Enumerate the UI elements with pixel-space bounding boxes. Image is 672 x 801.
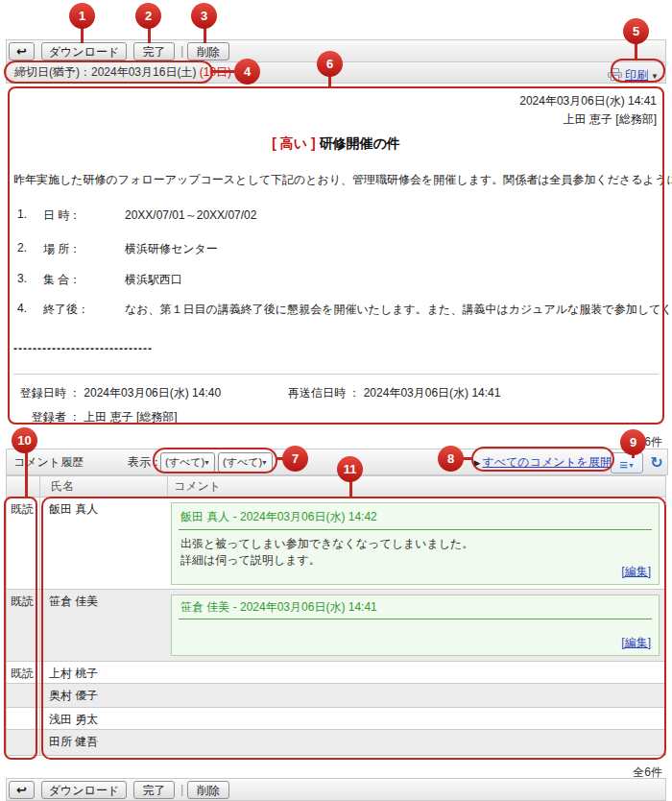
print-area: 印刷▼ — [608, 65, 659, 86]
toolbar-separator: | — [180, 43, 183, 58]
registered-by: 登録者 ： 上田 恵子 [総務部] — [13, 409, 178, 425]
annotation-line — [349, 481, 352, 498]
comment-box: 飯田 真人 - 2024年03月06日(水) 14:42 出張と被ってしまい参加… — [171, 502, 660, 585]
download-button-label: ダウンロード — [49, 45, 119, 59]
back-button[interactable]: ↩ — [9, 781, 35, 799]
column-header-comment: コメント — [174, 476, 221, 497]
complete-button-label: 完了 — [143, 45, 166, 59]
column-divider — [39, 730, 40, 755]
message-body: 昨年実施した研修のフォローアップコースとして下記のとおり、管理職研修会を開催しま… — [13, 172, 672, 188]
callout-10: 10 — [12, 427, 37, 453]
callout-2: 2 — [135, 3, 161, 29]
annotation-line — [81, 27, 84, 43]
annotation-line — [204, 27, 206, 43]
callout-1: 1 — [69, 3, 95, 29]
edit-link[interactable]: [編集] — [621, 564, 651, 580]
comment-table: 既読 飯田 真人 飯田 真人 - 2024年03月06日(水) 14:42 出張… — [6, 498, 666, 756]
callout-11: 11 — [337, 456, 363, 482]
column-divider — [39, 708, 40, 729]
callout-3: 3 — [191, 3, 217, 29]
delete-button-label: 削除 — [197, 784, 220, 797]
comment-table-header: 氏名 コメント — [6, 475, 666, 498]
callout-6: 6 — [317, 51, 343, 77]
deadline-text: 締切日(猶予)：2024年03月16日(土) (10日) — [14, 62, 231, 82]
refresh-icon: ↻ — [650, 454, 662, 471]
message-datetime: 2024年03月06日(水) 14:41 — [519, 93, 657, 109]
callout-9: 9 — [620, 429, 646, 455]
print-link[interactable]: 印刷 — [625, 68, 648, 82]
download-button[interactable]: ダウンロード▼ — [41, 781, 127, 799]
bottom-toolbar: ↩ ダウンロード▼ 完了 | 削除 — [6, 778, 666, 801]
chevron-down-icon: ▼ — [261, 453, 268, 472]
column-divider — [167, 476, 168, 497]
table-row: 浅田 勇太 — [7, 708, 665, 730]
list-item: 1.日 時：20XX/07/01～20XX/07/02 — [17, 207, 27, 221]
read-status: 既読 — [11, 666, 34, 682]
complete-button-label: 完了 — [143, 784, 166, 797]
annotation-line — [148, 27, 151, 43]
chevron-down-icon: ▼ — [204, 453, 210, 472]
comment-header: 飯田 真人 - 2024年03月06日(水) 14:42 — [180, 509, 377, 525]
comment-text: 出張と被ってしまい参加できなくなってしまいました。 — [180, 536, 473, 552]
commenter-name: 上村 桃子 — [49, 666, 98, 682]
commenter-name: 奥村 優子 — [49, 688, 98, 704]
delete-button-label: 削除 — [197, 45, 220, 59]
commenter-name: 田所 健吾 — [49, 734, 98, 750]
list-item: 3.集 合：横浜駅西口 — [17, 272, 27, 285]
callout-4: 4 — [234, 59, 260, 85]
table-row: 既読 上村 桃子 — [7, 662, 665, 684]
hamburger-icon: ≡ — [619, 456, 628, 473]
callout-5: 5 — [623, 18, 649, 44]
comment-filter-select-1[interactable]: (すべて)▼ — [160, 452, 215, 473]
page: ↩ ダウンロード▼ 完了 | 削除 締切日(猶予)：2024年03月16日(土)… — [0, 0, 672, 801]
refresh-button[interactable]: ↻ — [648, 452, 665, 473]
back-icon: ↩ — [16, 44, 27, 59]
message-author: 上田 恵子 [総務部] — [564, 111, 657, 128]
list-item: 4.終了後：なお、第１日目の講義終了後に懇親会を開催いたします。また、講義中はカ… — [17, 302, 27, 315]
download-button-label: ダウンロード — [49, 784, 119, 797]
toolbar-separator: | — [180, 782, 183, 796]
priority-label: [ 高い ] — [272, 135, 315, 151]
column-header-name: 氏名 — [51, 476, 74, 497]
download-button[interactable]: ダウンロード▼ — [41, 42, 127, 61]
resent-datetime: 再送信日時 ： 2024年03月06日(水) 14:41 — [288, 385, 500, 401]
comment-divider — [179, 529, 652, 530]
commenter-name: 笹倉 佳美 — [49, 594, 98, 610]
expand-all-comments-link[interactable]: ▶すべてのコメントを展開 — [474, 449, 612, 475]
column-divider — [39, 662, 40, 683]
back-button[interactable]: ↩ — [9, 42, 35, 61]
annotation-line — [211, 70, 235, 73]
callout-8: 8 — [438, 446, 464, 472]
back-icon: ↩ — [16, 783, 27, 797]
comment-menu-button[interactable]: ≡▼ — [611, 452, 643, 473]
column-divider — [39, 476, 40, 497]
comment-text: 詳細は伺って説明します。 — [180, 552, 321, 569]
complete-button[interactable]: 完了 — [133, 42, 175, 61]
complete-button[interactable]: 完了 — [133, 781, 175, 799]
display-label: 表示： — [128, 449, 162, 474]
commenter-name: 飯田 真人 — [49, 501, 98, 518]
annotation-line — [25, 452, 28, 498]
delete-button[interactable]: 削除 — [187, 781, 229, 799]
table-row: 既読 笹倉 佳美 笹倉 佳美 - 2024年03月06日(水) 14:41 [編… — [7, 590, 665, 662]
table-row: 既読 飯田 真人 飯田 真人 - 2024年03月06日(水) 14:42 出張… — [7, 498, 665, 590]
chevron-down-icon: ▼ — [628, 462, 635, 469]
printer-icon — [608, 68, 622, 81]
annotation-line — [635, 42, 637, 60]
callout-7: 7 — [282, 446, 308, 472]
list-item: 2.場 所：横浜研修センター — [17, 241, 27, 255]
table-row: 田所 健吾 — [7, 730, 665, 755]
column-divider — [39, 498, 40, 589]
message-divider — [13, 374, 659, 376]
commenter-name: 浅田 勇太 — [49, 712, 98, 728]
triangle-right-icon: ▶ — [474, 450, 481, 475]
table-row: 奥村 優子 — [7, 684, 665, 708]
delete-button[interactable]: 削除 — [187, 42, 229, 61]
title-text: 研修開催の件 — [320, 135, 400, 151]
comment-filter-select-2[interactable]: (すべて)▼ — [218, 452, 273, 473]
comment-divider — [179, 619, 652, 619]
edit-link[interactable]: [編集] — [621, 635, 651, 651]
dashed-line: ----------------------------- — [13, 342, 153, 355]
column-divider — [39, 684, 40, 707]
print-caret-icon[interactable]: ▼ — [651, 72, 659, 81]
